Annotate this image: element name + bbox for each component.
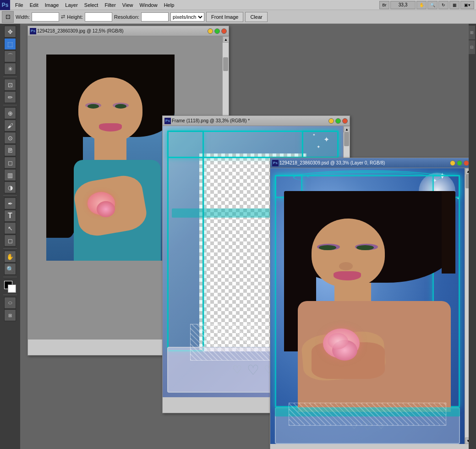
shape-tool[interactable]: ◻ bbox=[4, 235, 16, 246]
current-tool-icon: ⊡ bbox=[2, 11, 14, 23]
menu-right-controls: Br 33,3 ✋ 🔍 ↻ ▦ ▣▾ bbox=[379, 1, 476, 9]
menu-select[interactable]: Select bbox=[81, 1, 102, 9]
history-brush-tool[interactable]: 🖹 bbox=[4, 144, 16, 156]
scroll-up[interactable]: ▲ bbox=[223, 36, 229, 43]
menu-window[interactable]: Window bbox=[137, 1, 161, 9]
rotate-tool-btn[interactable]: ↻ bbox=[438, 1, 449, 9]
frame-window-title: Frame (1118).png @ 33,3% (RGB/8) * bbox=[172, 118, 328, 123]
window-ps-logo-2: Ps bbox=[164, 118, 171, 124]
width-label: Width: bbox=[16, 14, 30, 20]
win2-close[interactable] bbox=[342, 118, 348, 124]
menu-help[interactable]: Help bbox=[161, 1, 178, 9]
menu-layer[interactable]: Layer bbox=[62, 1, 81, 9]
menu-bar: Ps File Edit Image Layer Select Filter V… bbox=[0, 0, 476, 10]
zoom-select[interactable]: 33,3 bbox=[390, 1, 416, 9]
resolution-label: Resolution: bbox=[114, 14, 139, 20]
crop-tool[interactable]: ⊡ bbox=[4, 79, 16, 91]
front-image-button[interactable]: Front Image bbox=[206, 12, 243, 22]
dodge-tool[interactable]: ◑ bbox=[4, 181, 16, 193]
hand-tool-btn[interactable]: ✋ bbox=[416, 1, 427, 9]
window-ps-logo: Ps bbox=[30, 28, 36, 34]
grid-toggle[interactable]: ▦ bbox=[449, 1, 460, 9]
separator-4 bbox=[3, 248, 17, 249]
lasso-tool[interactable]: ⌒ bbox=[4, 50, 16, 62]
composite-window-title: 1294218_23860309.psd @ 33,3% (Layer 0, R… bbox=[279, 160, 449, 165]
move-tool[interactable]: ✥ bbox=[4, 26, 16, 38]
maximize-button[interactable] bbox=[214, 28, 220, 34]
hand-tool[interactable]: ✋ bbox=[4, 251, 16, 263]
background-color[interactable] bbox=[8, 285, 16, 293]
marquee-rect-tool[interactable]: ⬚ bbox=[4, 38, 16, 50]
win2-maximize[interactable] bbox=[335, 118, 341, 124]
window-ps-logo-3: Ps bbox=[272, 160, 279, 166]
photo-window-titlebar: Ps 1294218_23860309.jpg @ 12,5% (RGB/8) bbox=[28, 26, 229, 36]
menu-edit[interactable]: Edit bbox=[27, 1, 42, 9]
layout-toggle[interactable]: ▣▾ bbox=[460, 1, 474, 9]
composite-window: Ps 1294218_23860309.psd @ 33,3% (Layer 0… bbox=[270, 158, 471, 449]
quick-mask-toggle[interactable]: ⬭ bbox=[4, 297, 16, 309]
bridge-button[interactable]: Br bbox=[379, 1, 389, 9]
composite-window-titlebar: Ps 1294218_23860309.psd @ 33,3% (Layer 0… bbox=[270, 158, 471, 168]
separator-3 bbox=[3, 195, 17, 196]
right-panel: ⊞ ⊟ bbox=[469, 24, 476, 449]
healing-tool[interactable]: ⊕ bbox=[4, 107, 16, 119]
separator-1 bbox=[3, 77, 17, 77]
separator-6 bbox=[3, 295, 17, 295]
win3-minimize[interactable] bbox=[450, 160, 455, 166]
height-label: Height: bbox=[67, 14, 83, 20]
magic-wand-tool[interactable]: ✳ bbox=[4, 63, 16, 75]
height-input[interactable] bbox=[85, 12, 112, 22]
width-input[interactable] bbox=[32, 12, 59, 22]
text-tool[interactable]: T bbox=[4, 210, 16, 222]
win3-maximize[interactable] bbox=[457, 160, 462, 166]
menu-view[interactable]: View bbox=[119, 1, 137, 9]
workspace: Ps 1294218_23860309.jpg @ 12,5% (RGB/8) bbox=[20, 24, 476, 449]
swap-icon: ⇄ bbox=[61, 14, 65, 20]
menu-image[interactable]: Image bbox=[42, 1, 62, 9]
pen-tool[interactable]: ✒ bbox=[4, 197, 16, 209]
resolution-unit-select[interactable]: pixels/inch bbox=[170, 12, 204, 22]
right-panel-icon1[interactable]: ⊞ bbox=[469, 26, 475, 39]
win1-buttons bbox=[208, 28, 227, 34]
frame-window-titlebar: Ps Frame (1118).png @ 33,3% (RGB/8) * bbox=[163, 116, 350, 126]
win2-buttons bbox=[328, 118, 348, 124]
path-select-tool[interactable]: ↖ bbox=[4, 222, 16, 234]
win2-scroll-up[interactable]: ▲ bbox=[344, 126, 350, 132]
resolution-input[interactable] bbox=[141, 12, 169, 22]
menu-file[interactable]: File bbox=[12, 1, 27, 9]
tools-panel: ✥ ⬚ ⌒ ✳ ⊡ ✏ ⊕ 🖌 ⊙ 🖹 ◻ ▥ ◑ ✒ T ↖ ◻ ✋ 🔍 ⬭ … bbox=[0, 24, 20, 449]
photo-window-title: 1294218_23860309.jpg @ 12,5% (RGB/8) bbox=[37, 28, 207, 33]
minimize-button[interactable] bbox=[208, 28, 213, 34]
clone-tool[interactable]: ⊙ bbox=[4, 132, 16, 144]
separator-2 bbox=[3, 105, 17, 105]
screen-mode-toggle[interactable]: ⊞ bbox=[4, 309, 16, 321]
menu-filter[interactable]: Filter bbox=[101, 1, 119, 9]
clear-button[interactable]: Clear bbox=[245, 12, 267, 22]
separator-5 bbox=[3, 277, 17, 277]
right-panel-icon2[interactable]: ⊟ bbox=[469, 40, 475, 54]
eraser-tool[interactable]: ◻ bbox=[4, 157, 16, 169]
zoom-tool-btn[interactable]: 🔍 bbox=[427, 1, 438, 9]
close-button[interactable] bbox=[221, 28, 227, 34]
win3-buttons bbox=[450, 160, 469, 166]
options-bar: ⊡ Width: ⇄ Height: Resolution: pixels/in… bbox=[0, 10, 476, 24]
zoom-tool[interactable]: 🔍 bbox=[4, 263, 16, 275]
app-logo: Ps bbox=[0, 0, 10, 10]
composite-canvas[interactable]: ✦ ✦ ✦ bbox=[270, 168, 465, 444]
brush-tool[interactable]: 🖌 bbox=[4, 120, 16, 131]
gradient-tool[interactable]: ▥ bbox=[4, 169, 16, 181]
win2-minimize[interactable] bbox=[328, 118, 334, 124]
eyedropper-tool[interactable]: ✏ bbox=[4, 91, 16, 103]
color-swatches[interactable] bbox=[4, 281, 16, 293]
